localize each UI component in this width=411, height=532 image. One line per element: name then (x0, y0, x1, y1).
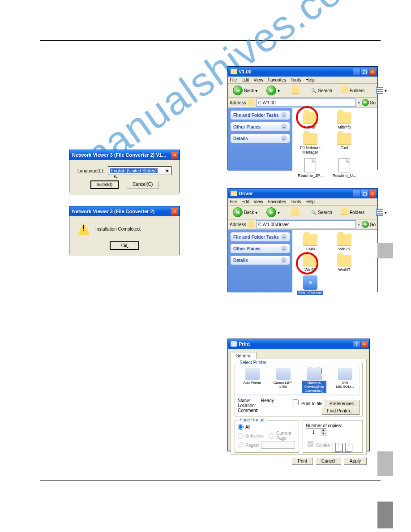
details[interactable]: Details⌄ (231, 256, 290, 265)
maximize-button[interactable]: ▢ (361, 190, 368, 197)
menu-file[interactable]: File (230, 77, 237, 82)
file-readme-jp[interactable]: Readme_JP... (297, 158, 324, 178)
radio-label: Pages: (245, 443, 259, 448)
minimize-button[interactable]: _ (353, 190, 360, 197)
help-button[interactable]: ? (353, 341, 360, 348)
menu-edit[interactable]: Edit (241, 77, 249, 82)
forward-button[interactable]: ►▾ (263, 206, 283, 218)
folder-icon (337, 234, 351, 246)
views-button[interactable]: ▾ (373, 208, 390, 217)
menu-help[interactable]: Help (305, 199, 315, 204)
close-button[interactable]: × (171, 208, 178, 215)
preferences-button[interactable]: Preferences (324, 400, 360, 408)
window-title: V1.00 (239, 69, 252, 74)
printer-label: OKI MICROLI... (333, 381, 357, 389)
folder-icon (248, 222, 254, 227)
item-label: Readme_U... (332, 173, 356, 178)
views-button[interactable]: ▾ (373, 86, 390, 95)
maximize-button[interactable]: ▢ (361, 69, 368, 75)
close-button[interactable]: × (369, 190, 376, 197)
chevron-icon: ⌄ (281, 135, 287, 142)
titlebar[interactable]: Network Viewer 3 (File Converter 2) V1..… (69, 150, 180, 160)
up-arrow-icon[interactable]: ▲ (321, 429, 326, 432)
forward-button[interactable]: ►▾ (263, 85, 283, 96)
print-dialog: Print ? × General Select Printer Add Pri… (227, 339, 370, 451)
status-label: Status: (238, 398, 258, 403)
search-button[interactable]: 🔍Search (308, 87, 335, 94)
address-input[interactable] (256, 220, 356, 228)
menu-file[interactable]: File (230, 199, 237, 204)
copies-spinner[interactable]: ▲▼ (306, 428, 326, 436)
dropdown-icon[interactable]: ▾ (358, 100, 360, 105)
other-places[interactable]: Other Places⌄ (231, 122, 290, 131)
back-button[interactable]: ◄Back▾ (230, 206, 261, 218)
other-places[interactable]: Other Places⌄ (231, 244, 290, 253)
item-label: SetupDrv.exe (297, 291, 323, 295)
close-button[interactable]: × (361, 341, 368, 348)
copies-input[interactable] (306, 429, 321, 436)
close-button[interactable]: × (369, 69, 376, 75)
item-label: Driver (305, 125, 316, 129)
down-arrow-icon[interactable]: ▼ (321, 432, 326, 436)
details[interactable]: Details⌄ (231, 134, 290, 143)
find-printer-button[interactable]: Find Printer... (321, 407, 360, 415)
file-folder-tasks[interactable]: File and Folder Tasks⌄ (231, 232, 290, 241)
menu-view[interactable]: View (253, 199, 263, 204)
close-button[interactable]: × (171, 152, 178, 159)
titlebar[interactable]: Driver _ ▢ × (228, 189, 377, 198)
up-button[interactable] (288, 86, 303, 94)
menu-view[interactable]: View (253, 77, 263, 82)
folders-button[interactable]: Folders (338, 87, 368, 94)
minimize-button[interactable]: _ (353, 69, 360, 75)
file-setupdrv[interactable]: ⚙SetupDrv.exe (297, 275, 324, 295)
folder-icon (231, 69, 237, 74)
item-label: Win98 (304, 267, 316, 272)
printer-canon[interactable]: Canon LBP-1760 (271, 368, 295, 393)
folder-winnt[interactable]: WinNT (331, 255, 358, 272)
file-pane[interactable]: Driver MibInfo PJ Network Manager Tool R… (292, 108, 377, 171)
apply-button[interactable]: Apply (344, 457, 367, 465)
search-button[interactable]: 🔍Search (308, 209, 335, 216)
print-to-file-checkbox[interactable]: Print to file (291, 401, 322, 406)
go-button[interactable]: ➔Go (362, 221, 376, 228)
printer-oki[interactable]: OKI MICROLI... (333, 368, 357, 393)
titlebar[interactable]: Network Viewer 3 (File Converter 2) × (69, 206, 180, 216)
menu-tools[interactable]: Tools (291, 199, 301, 204)
folder-driver[interactable]: Driver (297, 112, 324, 129)
install-button[interactable]: Install(I) (90, 180, 119, 189)
folders-button[interactable]: Folders (338, 209, 368, 216)
menu-edit[interactable]: Edit (241, 199, 249, 204)
printer-add[interactable]: Add Printer (240, 368, 265, 393)
folder-win2k[interactable]: Win2K (331, 234, 358, 251)
menu-favorites[interactable]: Favorites (268, 199, 286, 204)
folder-mibinfo[interactable]: MibInfo (331, 112, 358, 129)
folder-pjnetworkmanager[interactable]: PJ Network Manager (297, 133, 324, 154)
printer-network-viewer[interactable]: Network Viewer2(File Converter2) (302, 368, 326, 393)
tab-general[interactable]: General (231, 352, 257, 359)
folder-win98[interactable]: Win98 (297, 255, 324, 272)
file-folder-tasks[interactable]: File and Folder Tasks⌄ (231, 111, 290, 120)
cancel-button[interactable]: Cancel (316, 457, 341, 465)
menu-help[interactable]: Help (305, 77, 315, 82)
views-icon (376, 87, 383, 94)
radio-all[interactable]: All (238, 424, 296, 430)
menu-favorites[interactable]: Favorites (268, 77, 286, 82)
cancel-button[interactable]: Cancel(C) (127, 180, 158, 189)
file-pane[interactable]: CMN Win2K Win98 WinNT ⚙SetupDrv.exe (292, 230, 377, 292)
go-button[interactable]: ➔Go (362, 99, 376, 106)
item-label: Win2K (338, 247, 351, 251)
select-printer-group: Select Printer Add Printer Canon LBP-176… (235, 363, 363, 416)
folder-tool[interactable]: Tool (331, 133, 358, 154)
address-input[interactable] (256, 99, 356, 107)
radio-label: Selection (245, 433, 264, 438)
back-button[interactable]: ◄Back▾ (230, 85, 261, 96)
folder-cmn[interactable]: CMN (297, 234, 324, 251)
titlebar[interactable]: Print ? × (228, 339, 369, 349)
menu-tools[interactable]: Tools (291, 77, 301, 82)
titlebar[interactable]: V1.00 _ ▢ × (228, 67, 377, 77)
up-button[interactable] (288, 208, 303, 216)
menubar: File Edit View Favorites Tools Help (228, 77, 377, 84)
print-button[interactable]: Print (292, 457, 313, 465)
dropdown-icon[interactable]: ▾ (358, 222, 360, 227)
file-readme-u[interactable]: Readme_U... (331, 158, 358, 178)
